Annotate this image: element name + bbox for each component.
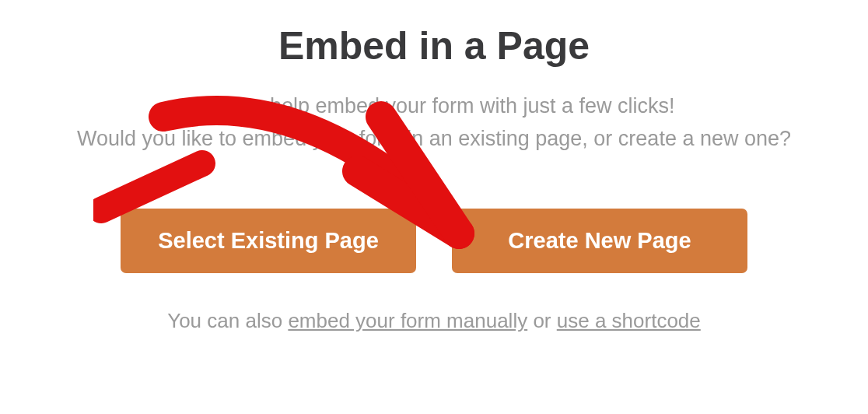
description-line-2: Would you like to embed your form in an … xyxy=(77,127,791,150)
button-row: Select Existing Page Create New Page xyxy=(121,209,747,273)
footer-prefix: You can also xyxy=(167,309,288,332)
create-new-page-button[interactable]: Create New Page xyxy=(452,209,747,273)
footer-text: You can also embed your form manually or… xyxy=(167,309,701,333)
page-title: Embed in a Page xyxy=(278,23,590,68)
description-text: We can help embed your form with just a … xyxy=(77,90,791,156)
embed-manually-link[interactable]: embed your form manually xyxy=(288,309,527,332)
select-existing-page-button[interactable]: Select Existing Page xyxy=(121,209,416,273)
use-shortcode-link[interactable]: use a shortcode xyxy=(557,309,701,332)
footer-middle: or xyxy=(527,309,557,332)
description-line-1: We can help embed your form with just a … xyxy=(193,94,674,118)
